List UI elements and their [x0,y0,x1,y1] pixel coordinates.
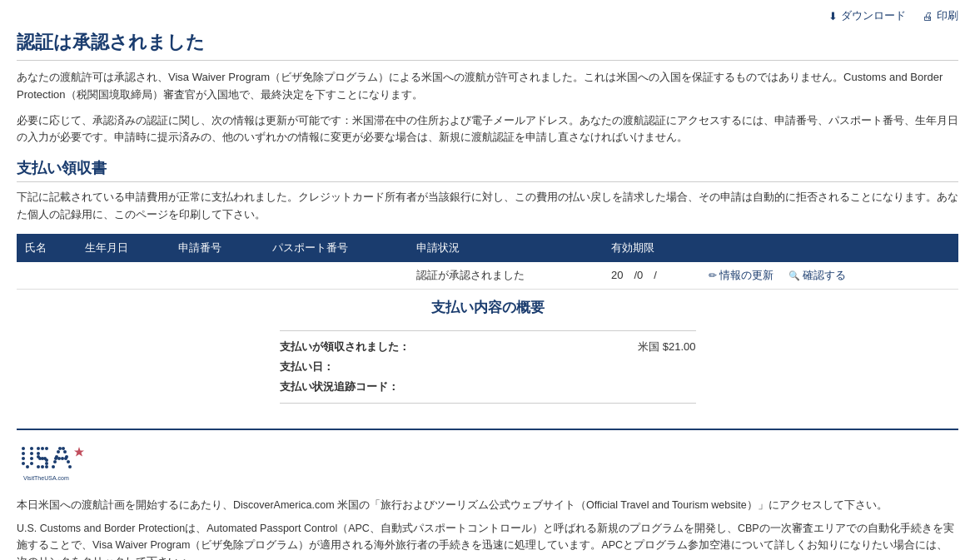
svg-point-29 [63,450,67,453]
download-label: ダウンロード [841,8,906,23]
svg-point-9 [30,447,33,450]
svg-point-36 [64,457,67,460]
confirm-link[interactable]: 確認する [788,268,846,283]
svg-point-11 [41,447,44,450]
svg-point-1 [22,447,25,450]
col-header-name: 氏名 [17,234,77,262]
svg-point-6 [30,462,33,465]
svg-point-20 [37,465,40,468]
svg-point-8 [30,452,33,455]
footer-text-2: U.S. Customs and Border Protectionは、Auto… [17,520,958,560]
print-icon [923,10,933,22]
update-info-link[interactable]: 情報の更新 [709,268,774,283]
col-header-actions [700,234,958,262]
svg-point-3 [22,457,25,460]
svg-point-32 [68,465,72,468]
applications-table: 氏名 生年月日 申請番号 パスポート番号 申請状況 有効期限 認証が承認されまし… [17,234,958,290]
svg-text:VisitTheUSA.com: VisitTheUSA.com [23,475,69,481]
cell-dob [77,262,170,290]
download-icon [828,10,838,22]
col-header-expiry: 有効期限 [603,234,700,262]
svg-point-26 [57,450,60,453]
svg-point-33 [54,457,57,460]
svg-point-4 [22,462,25,465]
svg-point-24 [53,460,57,463]
payment-date-row: 支払い日： [280,359,696,374]
svg-point-28 [62,447,65,450]
svg-point-13 [37,452,40,455]
download-link[interactable]: ダウンロード [828,8,906,23]
svg-point-35 [61,457,64,460]
svg-point-18 [45,458,48,462]
table-header: 氏名 生年月日 申請番号 パスポート番号 申請状況 有効期限 [17,234,958,262]
table-row: 認証が承認されました 20 /0 / 情報の更新 確認する [17,262,958,290]
usa-logo-container: VisitTheUSA.com [17,440,958,492]
receipt-intro-text: 下記に記載されている申請費用が正常に支払われました。クレジットカード所有者が当該… [17,189,958,224]
svg-point-23 [52,465,55,468]
svg-point-22 [45,465,48,468]
col-header-passport: パスポート番号 [264,234,408,262]
top-action-bar: ダウンロード 印刷 [17,8,958,23]
payment-summary-title: 支払い内容の概要 [280,298,696,317]
payment-date-label: 支払い日： [280,359,334,374]
magnify-icon [788,269,800,281]
svg-point-19 [45,462,48,465]
print-label: 印刷 [937,8,958,23]
print-link[interactable]: 印刷 [923,8,958,23]
cell-name [17,262,77,290]
svg-point-34 [57,457,61,460]
payment-received-row: 支払いが領収されました： 米国 $21.00 [280,339,696,354]
col-header-dob: 生年月日 [77,234,170,262]
svg-point-31 [67,460,70,463]
page-title: 認証は承認されました [17,30,958,61]
usa-logo-svg: VisitTheUSA.com [17,440,92,486]
payment-received-value: 米国 $21.00 [638,339,695,354]
payment-tracking-label: 支払い状況追跡コード： [280,379,399,394]
svg-point-2 [22,452,25,455]
col-header-appnum: 申請番号 [170,234,263,262]
footer-section: VisitTheUSA.com 本日米国への渡航計画を開始するにあたり、Disc… [17,429,958,560]
table-body: 認証が承認されました 20 /0 / 情報の更新 確認する [17,262,958,290]
svg-point-27 [58,447,62,450]
svg-point-12 [45,447,48,450]
svg-point-21 [41,465,44,468]
cell-appnum [170,262,263,290]
svg-point-5 [26,465,29,468]
intro-paragraph-2: 必要に応じて、承認済みの認証に関し、次の情報は更新が可能です：米国滞在中の住所お… [17,112,958,147]
pencil-icon [709,269,717,281]
svg-point-7 [30,457,33,460]
footer-text-1: 本日米国への渡航計画を開始するにあたり、DiscoverAmerica.com … [17,497,958,513]
cell-status: 認証が承認されました [408,262,603,290]
cell-expiry: 20 /0 / [603,262,700,290]
svg-point-10 [37,447,40,450]
payment-received-label: 支払いが領収されました： [280,339,410,354]
intro-paragraph-1: あなたの渡航許可は承認され、Visa Waiver Program（ビザ免除プロ… [17,69,958,104]
cell-passport [264,262,408,290]
cell-actions: 情報の更新 確認する [700,262,958,290]
col-header-status: 申請状況 [408,234,603,262]
payment-summary: 支払い内容の概要 支払いが領収されました： 米国 $21.00 支払い日： 支払… [280,298,696,412]
receipt-section-title: 支払い領収書 [17,158,958,182]
payment-tracking-row: 支払い状況追跡コード： [280,379,696,394]
payment-summary-wrapper: 支払い内容の概要 支払いが領収されました： 米国 $21.00 支払い日： 支払… [17,298,958,412]
